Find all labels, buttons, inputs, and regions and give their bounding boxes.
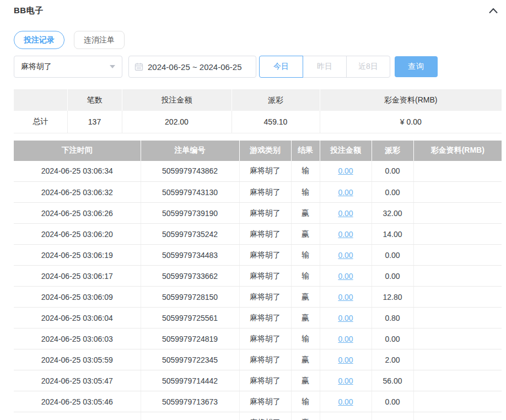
table-row: 2024-06-25 03:06:26 5059979739190 麻将胡了 赢… xyxy=(14,203,502,224)
summary-total-jackpot: ¥ 0.00 xyxy=(320,111,502,133)
bet-amount-link[interactable]: 0.00 xyxy=(338,272,353,281)
cell-time: 2024-06-25 03:06:32 xyxy=(14,182,141,203)
table-row: 2024-06-25 03:06:32 5059979743130 麻将胡了 输… xyxy=(14,182,502,203)
table-row: 2024-06-25 03:06:03 5059979724819 麻将胡了 输… xyxy=(14,329,502,349)
tab-cancelled-orders[interactable]: 连消注单 xyxy=(74,31,125,49)
summary-header-count: 笔数 xyxy=(67,89,122,111)
summary-header-jackpot: 彩金资料(RMB) xyxy=(320,89,502,111)
cell-order-no: 5059979733662 xyxy=(141,266,239,287)
records-header-jackpot: 彩金资料(RMB) xyxy=(413,141,502,161)
range-yesterday-button[interactable]: 昨日 xyxy=(303,56,347,78)
cell-game: 麻将胡了 xyxy=(239,370,291,391)
summary-total-label: 总计 xyxy=(14,111,67,133)
search-button[interactable]: 查询 xyxy=(395,56,438,77)
records-header-result: 结果 xyxy=(291,141,320,161)
cell-time: 2024-06-25 03:05:47 xyxy=(14,370,141,391)
records-header-row: 下注时间 注单编号 游戏类别 结果 投注金额 派彩 彩金资料(RMB) xyxy=(14,141,502,161)
bb-electronics-panel: BB电子 投注记录 连消注单 麻将胡了 2024-06-25 ~ 2024-06 xyxy=(0,0,506,420)
cell-payout: 0.00 xyxy=(372,161,413,182)
summary-header-empty xyxy=(14,89,67,111)
cell-game: 麻将胡了 xyxy=(239,412,291,420)
cell-time: 2024-06-25 03:06:19 xyxy=(14,245,141,266)
records-header-payout: 派彩 xyxy=(372,141,413,161)
cell-result: 赢 xyxy=(291,412,320,420)
cell-payout: 32.00 xyxy=(372,203,413,224)
bet-amount-link[interactable]: 0.00 xyxy=(338,335,353,343)
table-row: 2024-06-25 03:06:17 5059979733662 麻将胡了 输… xyxy=(14,266,502,287)
records-table: 下注时间 注单编号 游戏类别 结果 投注金额 派彩 彩金资料(RMB) 2024… xyxy=(14,141,502,420)
cell-payout: 0.00 xyxy=(372,245,413,266)
cell-time: 2024-06-25 03:05:59 xyxy=(14,349,141,370)
cell-result: 输 xyxy=(291,391,320,412)
cell-order-no: 5059979728150 xyxy=(141,287,239,308)
cell-jackpot xyxy=(413,182,502,203)
cell-order-no: 5059979725561 xyxy=(141,308,239,329)
range-today-button[interactable]: 今日 xyxy=(259,56,303,78)
bet-amount-link[interactable]: 0.00 xyxy=(338,418,353,420)
cell-payout: 12.80 xyxy=(372,287,413,308)
cell-result: 赢 xyxy=(291,370,320,391)
cell-game: 麻将胡了 xyxy=(239,349,291,370)
cell-payout: 56.00 xyxy=(372,370,413,391)
bet-amount-link[interactable]: 0.00 xyxy=(338,314,353,322)
cell-jackpot xyxy=(413,245,502,266)
cell-game: 麻将胡了 xyxy=(239,245,291,266)
tab-bet-records[interactable]: 投注记录 xyxy=(14,31,64,49)
bet-amount-link[interactable]: 0.00 xyxy=(338,356,353,364)
calendar-icon xyxy=(134,62,143,71)
summary-total-payout: 459.10 xyxy=(232,111,320,133)
cell-order-no: 5059979734483 xyxy=(141,245,239,266)
cell-jackpot xyxy=(413,224,502,245)
cell-order-no: 5059979743130 xyxy=(141,182,239,203)
date-range-value: 2024-06-25 ~ 2024-06-25 xyxy=(148,62,242,72)
filter-bar: 麻将胡了 2024-06-25 ~ 2024-06-25 今日 昨日 近8日 查… xyxy=(0,49,506,78)
range-last8days-button[interactable]: 近8日 xyxy=(346,56,390,78)
cell-payout: 0.80 xyxy=(372,308,413,329)
bet-amount-link[interactable]: 0.00 xyxy=(338,230,353,239)
bet-amount-link[interactable]: 0.00 xyxy=(338,166,353,175)
record-type-tabs: 投注记录 连消注单 xyxy=(0,18,506,49)
cell-time: 2024-06-25 03:06:09 xyxy=(14,287,141,308)
cell-jackpot xyxy=(413,308,502,329)
bet-amount-link[interactable]: 0.00 xyxy=(338,293,353,301)
cell-time: 2024-06-25 03:05:46 xyxy=(14,391,141,412)
cell-time: 2024-06-25 03:06:17 xyxy=(14,266,141,287)
cell-game: 麻将胡了 xyxy=(239,203,291,224)
bet-amount-link[interactable]: 0.00 xyxy=(338,397,353,406)
bet-amount-link[interactable]: 0.00 xyxy=(338,188,353,197)
cell-result: 输 xyxy=(291,161,320,182)
cell-time: 2024-06-25 03:06:03 xyxy=(14,329,141,349)
date-range-input[interactable]: 2024-06-25 ~ 2024-06-25 xyxy=(128,56,256,78)
cell-result: 赢 xyxy=(291,224,320,245)
bet-amount-link[interactable]: 0.00 xyxy=(338,209,353,218)
cell-game: 麻将胡了 xyxy=(239,391,291,412)
records-header-game: 游戏类别 xyxy=(239,141,291,161)
cell-order-no: 5059979713673 xyxy=(141,391,239,412)
bet-amount-link[interactable]: 0.00 xyxy=(338,251,353,260)
cell-payout: 0.00 xyxy=(372,266,413,287)
bet-amount-link[interactable]: 0.00 xyxy=(338,376,353,385)
table-row: 2024-06-25 03:06:09 5059979728150 麻将胡了 赢… xyxy=(14,287,502,308)
cell-result: 输 xyxy=(291,245,320,266)
table-row: 2024-06-25 03:06:34 5059979743862 麻将胡了 输… xyxy=(14,161,502,182)
cell-game: 麻将胡了 xyxy=(239,161,291,182)
cell-result: 赢 xyxy=(291,203,320,224)
table-row: 2024-06-25 03:05:59 5059979722345 麻将胡了 赢… xyxy=(14,349,502,370)
cell-game: 麻将胡了 xyxy=(239,182,291,203)
chevron-down-icon xyxy=(110,65,115,68)
cell-jackpot xyxy=(413,329,502,349)
collapse-chevron-up-icon[interactable] xyxy=(487,6,499,18)
cell-game: 麻将胡了 xyxy=(239,224,291,245)
cell-game: 麻将胡了 xyxy=(239,266,291,287)
cell-time: 2024-06-25 03:06:34 xyxy=(14,161,141,182)
records-header-order-no: 注单编号 xyxy=(141,141,239,161)
records-header-bet: 投注金额 xyxy=(320,141,372,161)
cell-jackpot xyxy=(413,370,502,391)
cell-game: 麻将胡了 xyxy=(239,329,291,349)
cell-order-no: 5059979743862 xyxy=(141,161,239,182)
summary-header-bet-amount: 投注金额 xyxy=(122,89,232,111)
game-select[interactable]: 麻将胡了 xyxy=(14,56,122,78)
cell-jackpot xyxy=(413,391,502,412)
cell-time: 2024-06-25 03:06:20 xyxy=(14,224,141,245)
cell-order-no: 5059979714442 xyxy=(141,370,239,391)
